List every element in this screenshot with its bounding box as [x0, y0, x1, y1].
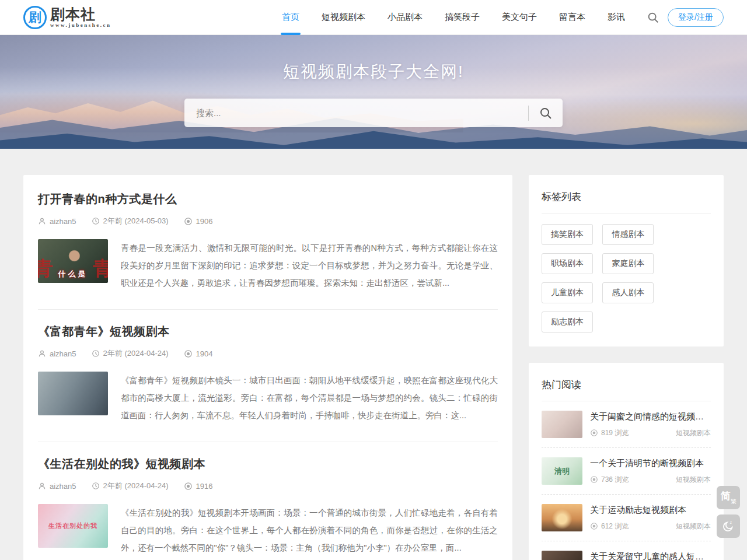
article-item: 《生活在别处的我》短视频剧本 aizhan5 2年前 (2024-04-24) …: [38, 442, 498, 560]
active-underline: [281, 33, 301, 35]
sidebar: 标签列表 搞笑剧本 情感剧本 职场剧本 家庭剧本 儿童剧本 感人剧本 励志剧本 …: [529, 175, 724, 560]
nav-item-short-video-scripts[interactable]: 短视频剧本: [310, 0, 376, 35]
search-icon[interactable]: [647, 11, 659, 24]
hot-list-item[interactable]: 关于闺蜜之间情感的短视频… 819 浏览 短视频剧本: [542, 401, 711, 448]
eye-icon: [184, 217, 193, 226]
tag-inspirational[interactable]: 励志剧本: [542, 312, 593, 332]
article-title[interactable]: 打开青春的n种方式是什么: [38, 191, 498, 207]
moon-icon: z: [722, 520, 735, 533]
tag-list-title: 标签列表: [542, 187, 711, 214]
hot-list-item[interactable]: 关于运动励志短视频剧本 612 浏览 短视频剧本: [542, 495, 711, 541]
article-title[interactable]: 《富都青年》短视频剧本: [38, 324, 498, 340]
eye-icon: [590, 522, 598, 530]
site-logo[interactable]: 剧 剧本社 www.jubenshe.cn: [23, 6, 111, 29]
views-meta: 1916: [184, 482, 213, 491]
hero-banner: 短视频剧本段子大全网!: [0, 35, 747, 149]
nav-item-sketch-scripts[interactable]: 小品剧本: [376, 0, 434, 35]
tag-funny[interactable]: 搞笑剧本: [542, 224, 593, 245]
date-meta: 2年前 (2024-05-03): [92, 216, 169, 226]
views-meta: 1904: [184, 349, 213, 358]
page: 剧 剧本社 www.jubenshe.cn 首页 短视频剧本 小品剧本 搞笑段子…: [0, 0, 747, 560]
article-thumbnail[interactable]: 什么是: [38, 239, 108, 283]
eye-icon: [184, 349, 193, 358]
nav-item-home[interactable]: 首页: [271, 0, 310, 35]
hot-item-title[interactable]: 关于闺蜜之间情感的短视频…: [590, 411, 711, 422]
hot-reading-title: 热门阅读: [542, 374, 711, 401]
hero-search-bar: [184, 99, 563, 127]
tag-workplace[interactable]: 职场剧本: [542, 253, 593, 274]
author-meta: aizhan5: [38, 482, 76, 491]
site-domain: www.jubenshe.cn: [50, 23, 111, 28]
clock-icon: [92, 482, 100, 490]
eye-icon: [184, 482, 193, 491]
nav-item-movie-news[interactable]: 影讯: [596, 0, 636, 35]
user-icon: [38, 482, 46, 490]
hero-title: 短视频剧本段子大全网!: [0, 61, 747, 83]
floating-toolbar: 简 繁 z: [717, 486, 740, 543]
hot-item-views: 736 浏览: [590, 475, 629, 485]
article-excerpt: 青春是一段充满活力、激情和无限可能的时光。以下是打开青春的N种方式，每种方式都能…: [121, 239, 498, 292]
author-meta: aizhan5: [38, 217, 76, 226]
eye-icon: [590, 429, 598, 437]
clock-icon: [92, 217, 100, 225]
tag-list-card: 标签列表 搞笑剧本 情感剧本 职场剧本 家庭剧本 儿童剧本 感人剧本 励志剧本: [529, 175, 724, 346]
article-thumbnail[interactable]: 生活在别处的我: [38, 504, 108, 548]
date-meta: 2年前 (2024-04-24): [92, 481, 169, 491]
hot-item-title[interactable]: 关于运动励志短视频剧本: [590, 505, 711, 516]
user-icon: [38, 217, 46, 225]
hot-list-item[interactable]: 关于关爱留守儿童的感人短… 513 浏览 短视频剧本: [542, 541, 711, 560]
article-excerpt: 《生活在别处的我》短视频剧本开场画面：场景：一个普通的城市街景，人们忙碌地走着，…: [121, 504, 498, 556]
article-meta: aizhan5 2年前 (2024-04-24) 1904: [38, 348, 498, 359]
eye-icon: [590, 475, 598, 484]
simplified-traditional-toggle[interactable]: 简 繁: [717, 486, 740, 509]
content-area: 打开青春的n种方式是什么 aizhan5 2年前 (2024-05-03) 19…: [0, 175, 747, 560]
user-icon: [38, 349, 46, 358]
hot-item-category[interactable]: 短视频剧本: [676, 475, 711, 485]
hot-thumbnail: [542, 504, 582, 531]
article-title[interactable]: 《生活在别处的我》短视频剧本: [38, 456, 498, 472]
hot-item-title[interactable]: 一个关于清明节的断视频剧本: [590, 458, 711, 469]
header: 剧 剧本社 www.jubenshe.cn 首页 短视频剧本 小品剧本 搞笑段子…: [0, 0, 747, 35]
article-meta: aizhan5 2年前 (2024-05-03) 1906: [38, 216, 498, 226]
nav-item-beautiful-sentences[interactable]: 美文句子: [491, 0, 548, 35]
tag-touching[interactable]: 感人剧本: [602, 282, 654, 303]
hot-item-category[interactable]: 短视频剧本: [676, 428, 711, 438]
nav-item-funny-jokes[interactable]: 搞笑段子: [434, 0, 491, 35]
hot-list-item[interactable]: 清明 一个关于清明节的断视频剧本 736 浏览 短视频剧本: [542, 448, 711, 495]
author-meta: aizhan5: [38, 349, 76, 358]
views-meta: 1906: [184, 217, 213, 226]
tag-children[interactable]: 儿童剧本: [542, 282, 593, 303]
article-item: 《富都青年》短视频剧本 aizhan5 2年前 (2024-04-24) 190…: [38, 310, 498, 442]
logo-icon: 剧: [23, 6, 47, 29]
main-nav: 首页 短视频剧本 小品剧本 搞笑段子 美文句子 留言本 影讯 登录/注册: [271, 0, 724, 35]
hero-search-input[interactable]: [184, 99, 528, 127]
tag-emotion[interactable]: 情感剧本: [602, 224, 654, 245]
hot-item-views: 612 浏览: [590, 522, 629, 531]
hot-thumbnail: [542, 551, 582, 560]
article-meta: aizhan5 2年前 (2024-04-24) 1916: [38, 481, 498, 491]
hero-search-button[interactable]: [529, 99, 563, 127]
article-list: 打开青春的n种方式是什么 aizhan5 2年前 (2024-05-03) 19…: [23, 175, 512, 560]
tag-family[interactable]: 家庭剧本: [602, 253, 654, 274]
article-excerpt: 《富都青年》短视频剧本镜头一：城市日出画面：朝阳从地平线缓缓升起，映照在富都这座…: [121, 372, 498, 424]
dark-mode-toggle[interactable]: z: [717, 514, 740, 538]
hot-reading-card: 热门阅读 关于闺蜜之间情感的短视频… 819 浏览 短视频剧本: [529, 363, 724, 560]
nav-item-guestbook[interactable]: 留言本: [548, 0, 596, 35]
date-meta: 2年前 (2024-04-24): [92, 348, 169, 359]
article-thumbnail[interactable]: [38, 372, 108, 415]
svg-text:z: z: [730, 520, 732, 524]
clock-icon: [92, 349, 100, 358]
hot-thumbnail: [542, 411, 582, 438]
site-name: 剧本社: [50, 7, 111, 22]
hot-item-category[interactable]: 短视频剧本: [676, 522, 711, 531]
article-item: 打开青春的n种方式是什么 aizhan5 2年前 (2024-05-03) 19…: [38, 177, 498, 310]
login-register-button[interactable]: 登录/注册: [668, 8, 724, 27]
hot-item-views: 819 浏览: [590, 428, 629, 438]
hot-thumbnail: 清明: [542, 457, 582, 485]
hot-item-title[interactable]: 关于关爱留守儿童的感人短…: [590, 551, 711, 560]
